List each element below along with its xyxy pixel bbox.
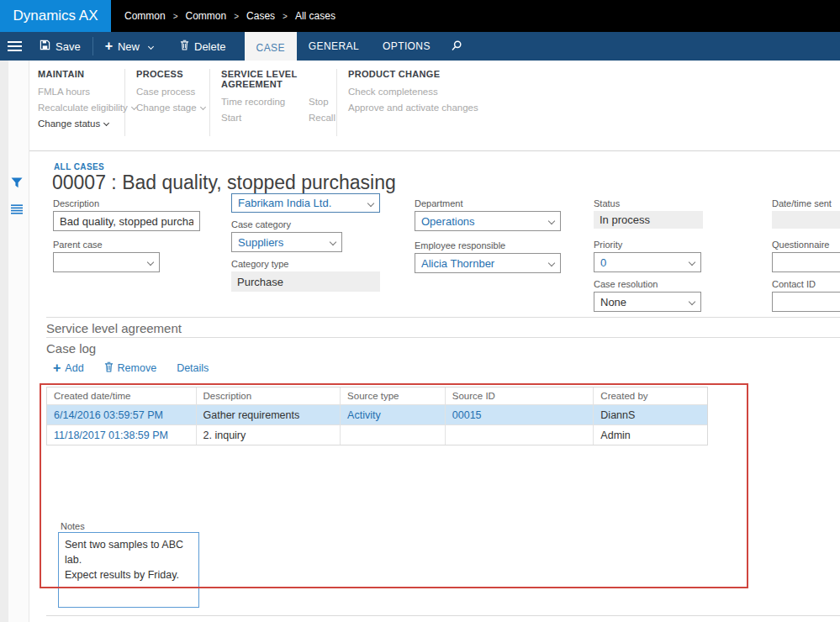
case-resolution-dropdown[interactable]: None	[594, 292, 701, 312]
questionnaire-field: Questionnaire	[772, 240, 840, 272]
employee-responsible-field: Employee responsible Alicia Thornber	[415, 240, 561, 273]
description-cell[interactable]: Gather requirements	[197, 405, 341, 424]
customer-field: Fabrikam India Ltd.	[231, 193, 380, 213]
breadcrumb-item[interactable]: All cases	[295, 10, 335, 22]
employee-responsible-dropdown[interactable]: Alicia Thornber	[415, 253, 561, 273]
app-logo[interactable]: Dynamics AX	[0, 0, 111, 32]
parent-case-dropdown[interactable]	[53, 252, 160, 272]
fmla-hours-button[interactable]: FMLA hours	[38, 87, 114, 97]
tab-general[interactable]: GENERAL	[297, 32, 371, 61]
new-button[interactable]: + New	[95, 32, 163, 61]
details-button[interactable]: Details	[177, 362, 209, 374]
status-field: Status In process	[594, 198, 703, 229]
breadcrumb: Common > Common > Cases > All cases	[124, 0, 335, 32]
field-label: Priority	[594, 240, 701, 250]
add-button[interactable]: + Add	[53, 361, 84, 375]
status-value: In process	[594, 211, 703, 229]
field-label: Date/time sent	[772, 198, 840, 208]
created-datetime-cell[interactable]: 6/14/2016 03:59:57 PM	[47, 405, 197, 424]
breadcrumb-item[interactable]: Common	[186, 10, 227, 22]
column-header[interactable]: Description	[197, 387, 341, 404]
case-process-button[interactable]: Case process	[136, 87, 198, 97]
left-rail	[0, 61, 29, 622]
approve-activate-changes-button[interactable]: Approve and activate changes	[348, 103, 478, 113]
chevron-down-icon	[103, 120, 109, 126]
ribbon-group-maintain: MAINTAIN FMLA hours Recalculate eligibil…	[38, 69, 125, 136]
breadcrumb-item[interactable]: Cases	[246, 10, 275, 22]
breadcrumb-separator: >	[283, 12, 288, 21]
ribbon-panel: MAINTAIN FMLA hours Recalculate eligibil…	[29, 61, 840, 151]
search-button[interactable]	[442, 32, 471, 61]
source-type-cell[interactable]	[341, 425, 446, 445]
ribbon-group-product-change: PRODUCT CHANGE Check completeness Approv…	[348, 69, 489, 136]
field-label: Case resolution	[594, 279, 701, 289]
chevron-down-icon	[330, 239, 336, 245]
column-header[interactable]: Source type	[341, 387, 446, 404]
field-label: Questionnaire	[772, 240, 840, 250]
stop-button[interactable]: Stop	[309, 97, 335, 107]
chevron-down-icon	[200, 104, 206, 110]
case-resolution-field: Case resolution None	[594, 279, 701, 312]
customer-dropdown[interactable]: Fabrikam India Ltd.	[231, 193, 380, 213]
datetime-sent-value	[772, 211, 840, 229]
change-stage-button[interactable]: Change stage	[136, 103, 198, 113]
hamburger-menu-icon[interactable]	[0, 32, 29, 61]
save-icon	[40, 40, 50, 53]
field-label: Parent case	[53, 240, 160, 250]
save-button[interactable]: Save	[29, 32, 91, 61]
ribbon-group-title: PROCESS	[136, 69, 198, 79]
field-label: Contact ID	[772, 279, 840, 289]
source-id-cell[interactable]	[446, 425, 594, 445]
created-by-cell[interactable]: DiannS	[594, 405, 707, 424]
case-category-dropdown[interactable]: Suppliers	[231, 232, 342, 252]
remove-button[interactable]: Remove	[104, 361, 157, 375]
department-dropdown[interactable]: Operations	[415, 211, 561, 231]
section-divider	[46, 615, 840, 616]
notes-label: Notes	[61, 521, 85, 531]
filter-icon[interactable]	[11, 177, 23, 192]
source-id-cell[interactable]: 00015	[446, 405, 594, 424]
column-header[interactable]: Source ID	[446, 387, 594, 404]
section-service-level-agreement[interactable]: Service level agreement	[46, 321, 182, 335]
page-title: 00007 : Bad quality, stopped purchasing	[52, 171, 396, 194]
start-button[interactable]: Start	[221, 113, 305, 123]
contact-id-field: Contact ID	[772, 279, 840, 312]
tab-options[interactable]: OPTIONS	[371, 32, 442, 61]
breadcrumb-item[interactable]: Common	[124, 10, 166, 22]
contact-id-input[interactable]	[779, 296, 840, 308]
table-row[interactable]: 11/18/2017 01:38:59 PM 2. inquiry Admin	[47, 424, 707, 445]
description-cell[interactable]: 2. inquiry	[197, 425, 341, 445]
ribbon-group-sla: SERVICE LEVEL AGREEMENT Time recording S…	[221, 69, 337, 136]
time-recording-button[interactable]: Time recording	[221, 97, 305, 107]
notes-textarea[interactable]: Sent two samples to ABC lab. Expect resu…	[58, 532, 199, 608]
column-header[interactable]: Created by	[594, 387, 707, 404]
datetime-sent-field: Date/time sent	[772, 198, 840, 229]
priority-dropdown[interactable]: 0	[594, 252, 701, 272]
change-status-button[interactable]: Change status	[38, 119, 114, 129]
table-header-row: Created date/time Description Source typ…	[47, 387, 707, 404]
description-input[interactable]	[60, 215, 193, 228]
page-caption[interactable]: ALL CASES	[54, 162, 104, 171]
section-divider	[46, 337, 840, 338]
recalculate-eligibility-button[interactable]: Recalculate eligibility	[38, 103, 114, 113]
source-type-cell[interactable]: Activity	[341, 405, 446, 424]
category-type-value: Purchase	[231, 271, 380, 292]
chevron-down-icon	[689, 298, 695, 305]
check-completeness-button[interactable]: Check completeness	[348, 87, 478, 97]
created-datetime-cell[interactable]: 11/18/2017 01:38:59 PM	[47, 425, 197, 445]
column-header[interactable]: Created date/time	[47, 387, 197, 404]
questionnaire-input[interactable]	[779, 256, 840, 269]
section-case-log[interactable]: Case log	[46, 341, 96, 356]
ribbon-group-title: MAINTAIN	[38, 69, 114, 79]
chevron-down-icon	[148, 43, 154, 49]
department-field: Department Operations	[415, 198, 561, 231]
delete-button[interactable]: Delete	[170, 32, 236, 61]
list-view-icon[interactable]	[11, 203, 23, 219]
plus-icon: +	[105, 40, 113, 53]
table-row[interactable]: 6/14/2016 03:59:57 PM Gather requirement…	[47, 404, 707, 424]
case-log-actions: + Add Remove Details	[53, 361, 209, 375]
recall-button[interactable]: Recall	[309, 113, 335, 123]
tab-case[interactable]: CASE	[245, 32, 297, 64]
ribbon-group-title: PRODUCT CHANGE	[348, 69, 478, 79]
created-by-cell[interactable]: Admin	[594, 425, 707, 445]
